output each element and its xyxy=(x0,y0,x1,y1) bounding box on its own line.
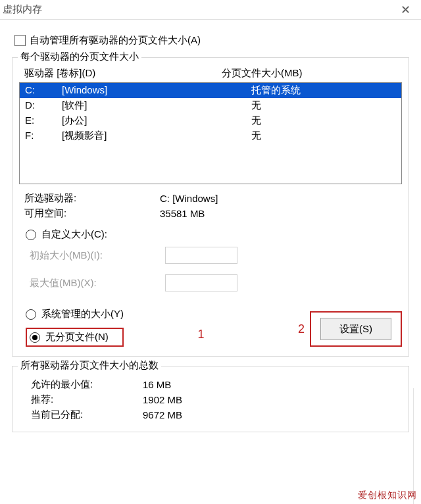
radio-none[interactable] xyxy=(30,332,40,343)
drive-letter: F: xyxy=(25,130,62,142)
drive-page: 托管的系统 xyxy=(251,84,396,97)
dialog-content: 自动管理所有驱动器的分页文件大小(A) 每个驱动器的分页文件大小 驱动器 [卷标… xyxy=(0,20,421,445)
drive-label: [软件] xyxy=(62,99,251,112)
close-icon[interactable]: ✕ xyxy=(397,4,414,16)
auto-manage-label: 自动管理所有驱动器的分页文件大小(A) xyxy=(30,34,201,47)
min-row: 允许的最小值: 16 MB xyxy=(19,377,402,392)
window-title: 虚拟内存 xyxy=(3,3,42,16)
auto-manage-checkbox[interactable] xyxy=(14,35,26,46)
drive-listbox[interactable]: C: [Windows] 托管的系统 D: [软件] 无 E: [办公] 无 F… xyxy=(19,82,402,184)
initial-size-label: 初始大小(MB)(I): xyxy=(30,249,165,262)
selected-drive-value: C: [Windows] xyxy=(160,193,402,204)
set-area: 系统管理的大小(Y) 无分页文件(N) 1 2 设置(S) xyxy=(19,305,402,347)
radio-custom-row[interactable]: 自定义大小(C): xyxy=(19,225,402,244)
initial-size-input[interactable] xyxy=(165,247,237,264)
max-size-row: 最大值(MB)(X): xyxy=(19,272,402,294)
table-row[interactable]: D: [软件] 无 xyxy=(20,98,401,113)
radio-none-label: 无分页文件(N) xyxy=(45,331,109,343)
drive-page: 无 xyxy=(251,114,396,127)
free-space-value: 35581 MB xyxy=(160,208,402,219)
drive-label: [Windows] xyxy=(62,84,251,97)
drive-letter: D: xyxy=(25,99,62,112)
selected-drive-row: 所选驱动器: C: [Windows] xyxy=(19,191,402,206)
rec-row: 推荐: 1902 MB xyxy=(19,392,402,407)
annotation-2-box: 设置(S) xyxy=(310,311,402,347)
cur-row: 当前已分配: 9672 MB xyxy=(19,407,402,422)
drive-letter: C: xyxy=(25,84,62,97)
auto-manage-row[interactable]: 自动管理所有驱动器的分页文件大小(A) xyxy=(14,34,409,47)
max-size-input[interactable] xyxy=(165,274,237,291)
drive-page: 无 xyxy=(251,99,396,112)
group-each-title: 每个驱动器的分页文件大小 xyxy=(18,51,141,63)
rec-value: 1902 MB xyxy=(143,394,402,405)
drive-label: [视频影音] xyxy=(62,130,251,142)
rec-label: 推荐: xyxy=(24,393,143,406)
radio-custom[interactable] xyxy=(26,230,36,240)
radio-system-row[interactable]: 系统管理的大小(Y) xyxy=(26,305,124,324)
free-space-label: 可用空间: xyxy=(24,207,160,220)
set-button[interactable]: 设置(S) xyxy=(320,318,391,340)
initial-size-row: 初始大小(MB)(I): xyxy=(19,244,402,266)
titlebar: 虚拟内存 ✕ xyxy=(0,0,421,20)
side-edge xyxy=(413,388,421,504)
watermark: 爱创根知识网 xyxy=(358,490,417,501)
cur-value: 9672 MB xyxy=(143,409,402,420)
radio-custom-label: 自定义大小(C): xyxy=(41,228,107,241)
cur-label: 当前已分配: xyxy=(24,409,143,421)
free-space-row: 可用空间: 35581 MB xyxy=(19,206,402,221)
annotation-1-number: 1 xyxy=(197,328,204,341)
group-total-title: 所有驱动器分页文件大小的总数 xyxy=(18,359,161,372)
drive-letter: E: xyxy=(25,114,62,127)
table-row[interactable]: C: [Windows] 托管的系统 xyxy=(20,83,401,98)
selected-drive-label: 所选驱动器: xyxy=(24,192,160,205)
min-label: 允许的最小值: xyxy=(24,378,143,391)
drive-page: 无 xyxy=(251,130,396,142)
table-row[interactable]: F: [视频影音] 无 xyxy=(20,128,401,143)
col-drive-header: 驱动器 [卷标](D) xyxy=(24,67,222,80)
drive-list-header: 驱动器 [卷标](D) 分页文件大小(MB) xyxy=(19,64,402,82)
group-each-drive: 每个驱动器的分页文件大小 驱动器 [卷标](D) 分页文件大小(MB) C: [… xyxy=(12,57,409,357)
radio-system-label: 系统管理的大小(Y) xyxy=(41,308,124,320)
annotation-2-number: 2 xyxy=(298,322,305,336)
drive-label: [办公] xyxy=(62,114,251,127)
table-row[interactable]: E: [办公] 无 xyxy=(20,113,401,128)
min-value: 16 MB xyxy=(143,379,402,390)
group-total: 所有驱动器分页文件大小的总数 允许的最小值: 16 MB 推荐: 1902 MB… xyxy=(12,366,409,432)
col-page-header: 分页文件大小(MB) xyxy=(222,67,397,80)
radio-system[interactable] xyxy=(26,309,36,320)
annotation-1-box: 无分页文件(N) xyxy=(26,328,124,347)
max-size-label: 最大值(MB)(X): xyxy=(30,277,165,290)
